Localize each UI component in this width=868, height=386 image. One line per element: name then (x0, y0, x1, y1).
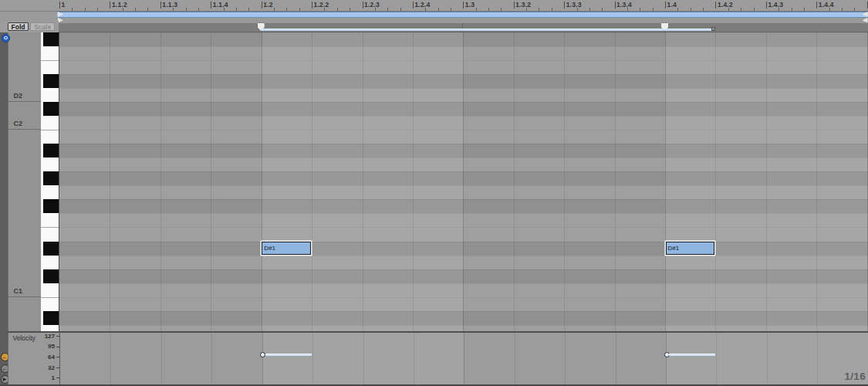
fold-button[interactable]: Fold (8, 22, 29, 32)
grid-line (110, 333, 111, 384)
ruler-label: 1.2 (263, 1, 272, 8)
grid-line (666, 333, 667, 384)
ruler-label: 1.4.3 (768, 1, 783, 8)
piano-key-ds2[interactable] (43, 74, 59, 88)
scrub-area[interactable] (59, 23, 868, 32)
ruler-label: 1.1.4 (213, 1, 228, 8)
velocity-editor[interactable]: 1/16 (59, 333, 868, 384)
velocity-axis-value: 64 (35, 354, 55, 361)
piano-key-b1[interactable] (41, 130, 59, 144)
ruler-label: 1.3.4 (616, 1, 632, 8)
grid-line (715, 32, 716, 332)
piano-key-c1[interactable] (41, 283, 59, 297)
loop-bar[interactable] (0, 12, 868, 18)
ruler-tick (766, 2, 767, 8)
velocity-marker-line[interactable] (265, 354, 312, 356)
scale-button[interactable]: Scale (30, 22, 55, 32)
velocity-marker-line[interactable] (669, 354, 715, 356)
grid-line (816, 32, 817, 332)
ruler-tick (337, 8, 338, 11)
grid-line (615, 32, 616, 332)
ruler-label: 1.4.4 (819, 1, 834, 8)
ruler-label: 1.1.3 (162, 1, 177, 8)
midi-note[interactable]: D#1 (262, 242, 311, 255)
ruler-tick (804, 8, 805, 11)
piano-key-b0[interactable] (41, 297, 59, 311)
key-name-label: C2 (14, 120, 23, 127)
ruler-tick (842, 8, 843, 11)
piano-key-c2[interactable] (41, 116, 59, 130)
grid-line (312, 32, 312, 332)
ruler-tick (85, 8, 86, 11)
ruler-tick (589, 8, 590, 11)
ruler-tick (135, 8, 136, 11)
ruler-tick (615, 2, 616, 8)
piano-key-f1[interactable] (41, 213, 59, 227)
ruler-tick (627, 8, 628, 11)
piano-key-e1[interactable] (41, 227, 59, 241)
octave-separator-line (8, 101, 42, 102)
grid-resolution[interactable]: 1/16 (845, 371, 866, 382)
piano-key-cs2[interactable] (43, 102, 59, 116)
velocity-axis-value: 32 (35, 364, 55, 371)
piano-key-a1[interactable] (41, 157, 59, 171)
ruler-tick (463, 2, 464, 8)
grid-line (110, 32, 110, 332)
ruler-label: 1.3.3 (566, 1, 582, 8)
key-name-label: D2 (14, 92, 23, 100)
loop-region[interactable] (57, 12, 868, 18)
piano-key-e2[interactable] (41, 60, 59, 74)
ruler-tick (476, 8, 477, 11)
ruler-tick (387, 8, 388, 11)
piano-key-f2[interactable] (41, 46, 59, 60)
piano-key-cs1[interactable] (43, 269, 59, 283)
ruler-tick (312, 2, 312, 8)
ruler-label: 1.1.2 (112, 1, 127, 8)
preview-headphone-button[interactable] (2, 34, 10, 42)
ruler-tick (640, 8, 640, 11)
ruler-tick (236, 8, 237, 11)
ruler-tick (691, 8, 691, 11)
piano-key-d2[interactable] (41, 88, 59, 102)
clip-end-marker-icon[interactable] (863, 18, 868, 23)
ruler-tick (123, 8, 123, 11)
piano-key-gs1[interactable] (43, 171, 59, 185)
piano-keyboard[interactable] (41, 32, 59, 332)
grid-line (716, 333, 717, 384)
grid-line (413, 32, 414, 332)
piano-key-as0[interactable] (43, 311, 59, 325)
piano-key-g1[interactable] (41, 185, 59, 199)
note-grid[interactable]: D#1D#1 (59, 32, 868, 332)
clip-start-marker-icon[interactable] (58, 18, 63, 23)
ruler-label: 1.2.3 (364, 1, 380, 8)
ruler-label: 1.4.2 (718, 1, 733, 8)
octave-separator-line (8, 296, 42, 297)
ruler-tick (262, 2, 262, 8)
velocity-axis-tick (56, 336, 59, 337)
ruler-tick (552, 8, 552, 11)
ruler-tick (375, 8, 376, 11)
piano-key-fs2[interactable] (43, 32, 59, 46)
piano-key-d1[interactable] (41, 256, 59, 269)
midi-note[interactable]: D#1 (666, 242, 715, 255)
piano-key-a0[interactable] (41, 325, 59, 331)
note-span-end-handle[interactable] (711, 27, 715, 31)
piano-key-ds1[interactable] (43, 242, 59, 256)
ruler-tick (488, 8, 489, 11)
piano-key-as1[interactable] (43, 144, 59, 157)
ruler-tick (110, 2, 110, 8)
clip-marker-strip[interactable] (0, 18, 868, 24)
velocity-lane-label[interactable]: Velocity (13, 334, 35, 342)
ruler-tick (514, 2, 515, 8)
velocity-axis-tick (56, 357, 59, 357)
ruler-tick (741, 8, 741, 11)
ruler-label: 1.3.2 (515, 1, 531, 8)
piano-key-fs1[interactable] (43, 199, 59, 213)
grid-line (767, 333, 768, 384)
beat-time-ruler[interactable]: 11.1.21.1.31.1.41.21.2.21.2.31.2.41.31.3… (0, 0, 868, 12)
grid-line (665, 32, 666, 332)
velocity-axis-tick (56, 347, 59, 347)
ruler-tick (324, 8, 325, 11)
ruler-tick (286, 8, 287, 11)
octave-separator-line (8, 129, 42, 130)
